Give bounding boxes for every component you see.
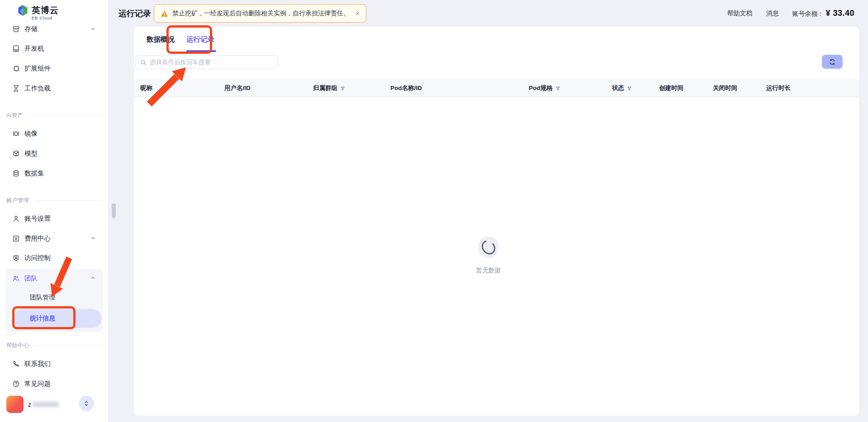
close-icon[interactable]: × <box>356 9 360 17</box>
user-icon <box>12 214 20 223</box>
extensions-icon <box>12 64 20 72</box>
yuan-icon <box>12 234 20 242</box>
redacted-name <box>33 402 59 407</box>
content-card: 数据概况 运行记录 昵称 用户名/ID 归属群组 Pod名称/ID Pod规格 … <box>134 27 859 416</box>
sidebar-item-label: 联系我们 <box>24 360 51 368</box>
user-name: z <box>28 401 59 408</box>
section-account: 账户管理 <box>6 197 103 204</box>
chevron-down-icon <box>90 235 96 242</box>
account-switcher-button[interactable] <box>79 396 94 411</box>
filter-icon[interactable] <box>627 86 632 91</box>
brand-name: 英博云 <box>32 5 59 16</box>
avatar[interactable] <box>6 396 24 413</box>
active-tab-underline <box>186 50 216 52</box>
sidebar-subitem-label: 团队管理 <box>30 294 55 302</box>
warning-banner: 禁止挖矿，一经发现后自动删除相关实例，自行承担法律责任。 × <box>154 4 366 23</box>
sidebar-item-label: 镜像 <box>24 129 38 138</box>
sidebar-item-access-control[interactable]: 访问控制 <box>5 250 103 266</box>
search-box[interactable] <box>135 55 278 69</box>
warning-text: 禁止挖矿，一经发现后自动删除相关实例，自行承担法律责任。 <box>172 9 350 18</box>
sidebar-item-label: 常见问题 <box>24 379 51 388</box>
sidebar-item-label: 访问控制 <box>24 254 51 262</box>
sidebar-item-workload[interactable]: 工作负载 <box>5 80 103 96</box>
image-icon <box>12 129 20 138</box>
col-created: 创建时间 <box>659 79 683 97</box>
brand-logo-icon <box>17 5 28 18</box>
database-icon <box>12 169 20 177</box>
sidebar-item-label: 模型 <box>24 149 38 158</box>
sidebar: 英博云 EB Cloud 存储 开发机 扩展组件 工作负载 AI资产 <box>0 0 109 422</box>
section-ai-assets: AI资产 <box>6 112 103 119</box>
workload-icon <box>12 84 20 92</box>
devmachine-icon <box>12 44 20 52</box>
sidebar-item-label: 开发机 <box>24 44 44 53</box>
sidebar-subitem-statistics[interactable]: 统计信息 <box>5 310 103 327</box>
sidebar-item-label: 扩展组件 <box>24 64 51 73</box>
search-icon <box>140 59 147 66</box>
warning-icon <box>161 10 168 17</box>
col-status: 状态 <box>612 79 632 97</box>
balance-amount: ¥ 33.40 <box>825 9 854 18</box>
sidebar-item-extensions[interactable]: 扩展组件 <box>5 60 103 76</box>
sidebar-item-label: 团队 <box>24 274 38 283</box>
search-input[interactable] <box>150 59 273 66</box>
col-closed: 关闭时间 <box>713 79 737 97</box>
sidebar-item-label: 费用中心 <box>24 234 51 243</box>
empty-state-text: 暂无数据 <box>476 266 501 275</box>
refresh-button[interactable] <box>822 55 843 69</box>
sidebar-item-storage[interactable]: 存储 <box>5 21 103 37</box>
sidebar-item-models[interactable]: 模型 <box>5 145 103 161</box>
page-title: 运行记录 <box>119 0 151 27</box>
phone-icon <box>12 360 20 368</box>
col-pod-spec: Pod规格 <box>529 79 560 97</box>
brand-tagline: EB Cloud <box>32 16 59 20</box>
col-username: 用户名/ID <box>224 79 251 97</box>
help-doc-link[interactable]: 帮助文档 <box>727 9 752 18</box>
table-header-row: 昵称 用户名/ID 归属群组 Pod名称/ID Pod规格 状态 创建时间 关闭… <box>134 79 859 97</box>
question-icon <box>12 379 20 388</box>
sidebar-item-label: 账号设置 <box>24 214 51 223</box>
chevron-up-icon <box>90 275 96 282</box>
messages-link[interactable]: 消息 <box>766 9 778 18</box>
user-shield-icon <box>12 254 20 262</box>
tab-data-overview[interactable]: 数据概况 <box>147 35 175 44</box>
team-icon <box>12 274 20 282</box>
user-profile[interactable]: z <box>6 395 102 413</box>
sidebar-item-contact-us[interactable]: 联系我们 <box>5 356 103 372</box>
sidebar-subitem-label: 统计信息 <box>30 314 55 322</box>
account-balance: 账号余额：¥ 33.40 <box>792 9 854 18</box>
topbar: 运行记录 禁止挖矿，一经发现后自动删除相关实例，自行承担法律责任。 × 帮助文档… <box>109 0 868 27</box>
sidebar-subitem-team-management[interactable]: 团队管理 <box>5 289 103 306</box>
sidebar-item-billing[interactable]: 费用中心 <box>5 230 103 247</box>
chevron-down-icon <box>90 26 96 33</box>
sidebar-item-images[interactable]: 镜像 <box>5 125 103 142</box>
sidebar-item-faq[interactable]: 常见问题 <box>5 375 103 392</box>
tab-run-records[interactable]: 运行记录 <box>186 35 214 44</box>
sidebar-item-label: 数据集 <box>24 169 44 178</box>
sidebar-item-team[interactable]: 团队 <box>5 270 103 286</box>
sidebar-item-datasets[interactable]: 数据集 <box>5 165 103 181</box>
col-pod-name: Pod名称/ID <box>390 79 422 97</box>
sidebar-resize-handle[interactable] <box>112 204 116 218</box>
refresh-icon <box>829 58 836 66</box>
no-data-icon <box>476 235 501 260</box>
sidebar-item-account-settings[interactable]: 账号设置 <box>5 210 103 227</box>
filter-icon[interactable] <box>340 86 345 91</box>
section-help: 帮助中心 <box>6 342 103 350</box>
sidebar-item-label: 工作负载 <box>24 84 51 93</box>
cube-icon <box>12 149 20 157</box>
sidebar-item-label: 存储 <box>24 25 38 33</box>
sidebar-item-devmachine[interactable]: 开发机 <box>5 40 103 57</box>
col-nickname: 昵称 <box>140 79 152 97</box>
empty-state: 暂无数据 <box>134 235 843 275</box>
storage-icon <box>12 25 20 33</box>
brand-logo[interactable]: 英博云 EB Cloud <box>17 5 59 20</box>
col-duration: 运行时长 <box>766 79 791 97</box>
col-group: 归属群组 <box>313 79 345 97</box>
filter-icon[interactable] <box>555 86 560 91</box>
